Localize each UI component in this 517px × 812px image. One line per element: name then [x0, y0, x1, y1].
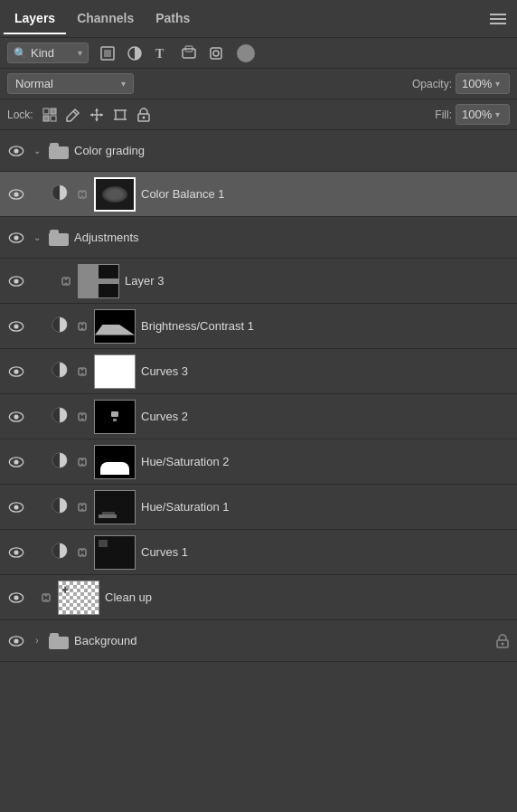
opacity-input[interactable]: 100% ▾ — [456, 73, 510, 94]
collapse-arrow-color-grading-group[interactable]: ⌄ — [31, 146, 43, 156]
svg-point-48 — [14, 505, 18, 509]
layer-row-background-group[interactable]: › Background — [0, 620, 517, 662]
pixel-layer-filter-icon[interactable] — [98, 43, 118, 63]
svg-point-27 — [14, 148, 18, 153]
panel-menu-button[interactable] — [483, 6, 513, 32]
svg-point-58 — [502, 642, 504, 645]
svg-point-42 — [14, 414, 18, 419]
svg-rect-10 — [43, 116, 49, 121]
shape-layer-filter-icon[interactable] — [179, 43, 199, 63]
kind-filter-chevron: ▾ — [78, 48, 82, 58]
lock-transparent-pixels[interactable] — [41, 106, 59, 124]
layer-row-color-grading-group[interactable]: ⌄ Color grading — [0, 130, 517, 172]
svg-point-34 — [14, 279, 18, 283]
kind-filter-select[interactable]: 🔍 Kind ▾ — [7, 42, 89, 63]
svg-point-39 — [14, 369, 18, 373]
eye-icon-hue-saturation-2[interactable] — [7, 457, 25, 467]
eye-icon-layer-3[interactable] — [7, 276, 25, 287]
adjustment-icon-hue-saturation-2 — [51, 451, 70, 472]
thumbnail-hue-saturation-2 — [94, 445, 136, 479]
layer-row-curves-1[interactable]: Curves 1 — [0, 530, 517, 575]
fill-group: Fill: 100% ▾ — [435, 104, 510, 125]
thumbnail-color-balance-1 — [94, 177, 136, 212]
layer-row-clean-up[interactable]: + Clean up — [0, 575, 517, 620]
type-layer-filter-icon[interactable]: T — [152, 43, 172, 63]
eye-icon-color-balance-1[interactable] — [7, 189, 25, 200]
eye-icon-brightness-contrast-1[interactable] — [7, 321, 25, 332]
svg-rect-9 — [51, 109, 56, 114]
adjustment-icon-curves-1 — [51, 542, 70, 562]
layer-name-curves-1: Curves 1 — [141, 545, 510, 559]
layer-row-curves-2[interactable]: Curves 2 — [0, 394, 517, 439]
tabs-bar: Layers Channels Paths — [0, 0, 517, 38]
folder-icon-color-grading-group — [49, 143, 69, 159]
filter-toggle[interactable] — [237, 44, 255, 62]
blend-mode-select[interactable]: Normal ▾ — [7, 73, 134, 94]
lock-artboard[interactable] — [111, 106, 129, 124]
adjustment-icon-curves-2 — [51, 406, 70, 427]
layer-row-color-balance-1[interactable]: Color Balance 1 — [0, 172, 517, 217]
thumbnail-layer-3 — [78, 264, 119, 298]
svg-rect-19 — [116, 110, 125, 119]
layer-row-layer-3[interactable]: Layer 3 — [0, 259, 517, 304]
layer-name-adjustments-group: Adjustments — [74, 231, 510, 244]
fill-value: 100% — [462, 108, 492, 121]
filter-icons: T — [98, 43, 255, 63]
opacity-chevron: ▾ — [495, 79, 500, 89]
layer-name-curves-3: Curves 3 — [141, 364, 510, 378]
svg-marker-15 — [95, 109, 99, 111]
thumbnail-clean-up: + — [58, 581, 99, 615]
eye-icon-color-grading-group[interactable] — [7, 146, 25, 156]
folder-icon-background-group — [49, 633, 69, 649]
chain-icon-curves-2 — [76, 409, 89, 425]
eye-icon-hue-saturation-1[interactable] — [7, 502, 25, 513]
layer-row-hue-saturation-2[interactable]: Hue/Saturation 2 — [0, 439, 517, 485]
adjustment-icon-brightness-contrast-1 — [51, 316, 70, 336]
layer-row-curves-3[interactable]: Curves 3 — [0, 349, 517, 394]
lock-label: Lock: — [7, 109, 33, 121]
lock-icons — [41, 106, 153, 124]
lock-all[interactable] — [135, 106, 153, 124]
eye-icon-clean-up[interactable] — [7, 592, 25, 603]
svg-point-36 — [14, 324, 18, 328]
chain-icon-hue-saturation-2 — [76, 454, 89, 470]
eye-icon-curves-3[interactable] — [7, 366, 25, 377]
eye-icon-curves-1[interactable] — [7, 547, 25, 558]
folder-icon-adjustments-group — [49, 230, 69, 246]
thumbnail-hue-saturation-1 — [94, 490, 136, 524]
chain-icon-curves-1 — [76, 544, 89, 561]
fill-input[interactable]: 100% ▾ — [456, 104, 510, 125]
svg-rect-4 — [183, 49, 195, 58]
layer-name-curves-2: Curves 2 — [141, 410, 510, 423]
eye-icon-adjustments-group[interactable] — [7, 232, 25, 243]
svg-marker-16 — [95, 118, 99, 121]
svg-point-25 — [142, 116, 145, 118]
tab-paths[interactable]: Paths — [145, 4, 201, 34]
collapse-arrow-background-group[interactable]: › — [31, 636, 43, 646]
eye-icon-background-group[interactable] — [7, 636, 25, 647]
collapse-arrow-adjustments-group[interactable]: ⌄ — [31, 232, 43, 242]
search-icon: 🔍 — [14, 47, 27, 60]
tab-layers[interactable]: Layers — [4, 4, 66, 34]
smart-object-filter-icon[interactable] — [206, 43, 226, 63]
tab-channels[interactable]: Channels — [66, 4, 145, 34]
adjustment-layer-filter-icon[interactable] — [125, 43, 145, 63]
thumbnail-curves-1 — [94, 535, 136, 570]
layer-row-hue-saturation-1[interactable]: Hue/Saturation 1 — [0, 485, 517, 530]
layer-name-brightness-contrast-1: Brightness/Contrast 1 — [141, 319, 510, 333]
chain-icon-curves-3 — [76, 364, 89, 380]
layer-name-color-balance-1: Color Balance 1 — [141, 187, 510, 201]
svg-line-12 — [73, 111, 77, 115]
thumbnail-curves-3 — [94, 354, 136, 389]
lock-image-pixels[interactable] — [64, 106, 82, 124]
layer-row-brightness-contrast-1[interactable]: Brightness/Contrast 1 — [0, 304, 517, 349]
layers-list: ⌄ Color grading Color Balance 1 ⌄ Adjust… — [0, 130, 517, 662]
eye-icon-curves-2[interactable] — [7, 411, 25, 422]
fill-label: Fill: — [435, 109, 452, 121]
opacity-value: 100% — [462, 77, 492, 90]
blend-mode-label: Normal — [15, 77, 118, 90]
filter-row: 🔍 Kind ▾ T — [0, 38, 517, 69]
layer-row-adjustments-group[interactable]: ⌄ Adjustments — [0, 217, 517, 259]
lock-position[interactable] — [88, 106, 106, 124]
chain-icon-layer-3 — [60, 273, 72, 289]
